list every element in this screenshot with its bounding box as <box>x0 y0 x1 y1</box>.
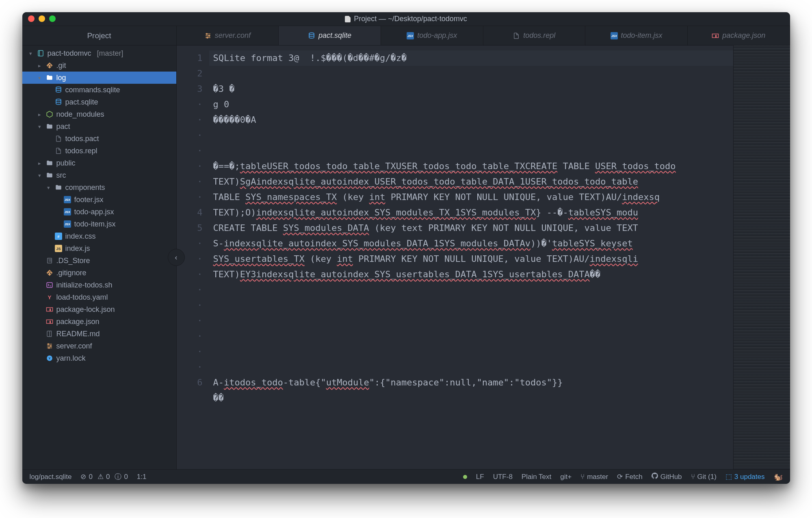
chevron-closed-icon[interactable] <box>37 160 43 166</box>
code-line[interactable]: �3 � <box>213 84 235 94</box>
tree-item--DS_Store[interactable]: .DS_Store <box>22 255 176 267</box>
tree-item-node_modules[interactable]: node_modules <box>22 108 176 120</box>
fold-marker[interactable]: · <box>177 298 203 313</box>
status-cursor-position[interactable]: 1:1 <box>137 473 147 481</box>
tree-item-todo-item-jsx[interactable]: JSXtodo-item.jsx <box>22 218 176 230</box>
code-line[interactable]: TABLE SYS_namespaces_TX (key int PRIMARY… <box>213 192 660 202</box>
fold-marker[interactable]: · <box>177 282 203 298</box>
status-diagnostics[interactable]: ⊘0 ⚠0 ⓘ0 <box>80 472 128 481</box>
jsx-icon: JSX <box>64 208 71 215</box>
line-number[interactable]: 4 <box>177 205 203 220</box>
status-github[interactable]: GitHub <box>652 472 682 481</box>
tab-todo-item-jsx[interactable]: JSXtodo-item.jsx <box>585 26 688 45</box>
window-minimize-button[interactable] <box>39 15 45 22</box>
chevron-open-icon[interactable] <box>46 185 52 191</box>
squirrel-icon[interactable]: 🐿️ <box>774 472 783 481</box>
tree-item--gitignore[interactable]: .gitignore <box>22 267 176 279</box>
chevron-open-icon[interactable] <box>37 75 43 81</box>
code-line[interactable]: SQLite format 3@ !.$���(�d��#�g∕�z� <box>209 50 733 66</box>
code-editor[interactable]: SQLite format 3@ !.$���(�d��#�g∕�z� �3 �… <box>209 46 733 469</box>
minimap[interactable] <box>733 46 790 469</box>
chevron-open-icon[interactable] <box>37 124 43 130</box>
tree-item--git[interactable]: .git <box>22 59 176 72</box>
tree-item-server-conf[interactable]: server.conf <box>22 340 176 352</box>
tree-item-package-json[interactable]: package.json <box>22 316 176 328</box>
window-close-button[interactable] <box>28 15 35 22</box>
status-encoding[interactable]: UTF-8 <box>493 473 513 481</box>
tree-item-src[interactable]: src <box>22 169 176 181</box>
status-clean-indicator[interactable] <box>463 475 467 479</box>
fold-marker[interactable]: · <box>177 112 203 128</box>
line-number[interactable]: 2 <box>177 66 203 81</box>
fold-marker[interactable]: · <box>177 174 203 189</box>
tree-item-index-css[interactable]: #index.css <box>22 230 176 242</box>
tree-item-public[interactable]: public <box>22 157 176 169</box>
code-line[interactable]: �� <box>213 393 224 403</box>
tree-item-pact[interactable]: pact <box>22 120 176 133</box>
status-updates[interactable]: ⬚ 3 updates <box>725 472 765 481</box>
line-number[interactable]: 3 <box>177 81 203 97</box>
tree-item-initialize-todos-sh[interactable]: initialize-todos.sh <box>22 279 176 291</box>
chevron-open-icon[interactable] <box>37 172 43 178</box>
chevron-closed-icon[interactable] <box>37 63 43 69</box>
fold-marker[interactable]: · <box>177 313 203 329</box>
chevron-open-icon[interactable] <box>28 50 34 57</box>
status-git-changes[interactable]: ⑂ Git (1) <box>691 473 717 481</box>
status-grammar[interactable]: Plain Text <box>522 473 551 481</box>
code-line[interactable]: TEXT)EY3indexsqlite_autoindex_SYS_userta… <box>213 269 601 279</box>
code-line[interactable]: �==�;tableUSER_todos_todo_table_TXUSER_t… <box>213 161 676 171</box>
tree-item-log[interactable]: log <box>22 72 176 84</box>
status-filepath[interactable]: log/pact.sqlite <box>30 473 72 481</box>
fold-marker[interactable]: · <box>177 143 203 159</box>
tree-item-load-todos-yaml[interactable]: Yload-todos.yaml <box>22 291 176 303</box>
code-line[interactable]: g 0 <box>213 99 230 109</box>
tree-item-todo-app-jsx[interactable]: JSXtodo-app.jsx <box>22 206 176 218</box>
line-number[interactable]: 5 <box>177 220 203 236</box>
tree-item-package-lock-json[interactable]: package-lock.json <box>22 303 176 316</box>
tree-item-README-md[interactable]: README.md <box>22 328 176 340</box>
status-gitplus[interactable]: git+ <box>560 473 572 481</box>
status-branch[interactable]: ⑂ master <box>580 473 608 481</box>
tree-item-yarn-lock[interactable]: Yyarn.lock <box>22 352 176 364</box>
tab-todo-app-jsx[interactable]: JSXtodo-app.jsx <box>381 26 483 45</box>
code-line[interactable]: CREATE TABLE SYS_modules_DATA (key text … <box>213 223 638 233</box>
tab-package-json[interactable]: package.json <box>688 26 790 45</box>
code-line[interactable]: SYS_usertables_TX (key int PRIMARY KEY N… <box>213 254 638 264</box>
tree-item-commands-sqlite[interactable]: commands.sqlite <box>22 84 176 96</box>
tree-item-pact-sqlite[interactable]: pact.sqlite <box>22 96 176 108</box>
tree-item-index-js[interactable]: JSindex.js <box>22 242 176 255</box>
fold-marker[interactable]: · <box>177 236 203 251</box>
code-line[interactable]: A-itodos_todo-table{"utModule":{"namespa… <box>213 377 563 387</box>
code-line[interactable]: �����0�A <box>213 115 256 125</box>
file-tree[interactable]: pact-todomvc[master].gitlogcommands.sqli… <box>22 46 176 364</box>
code-line[interactable]: TEXT)SgAindexsqlite_autoindex_USER_todos… <box>213 176 638 187</box>
code-line[interactable]: S-indexsqlite_autoindex_SYS_modules_DATA… <box>213 238 633 248</box>
tree-item-pact-todomvc[interactable]: pact-todomvc[master] <box>22 47 176 59</box>
tab-todos-repl[interactable]: todos.repl <box>483 26 586 45</box>
project-panel-heading[interactable]: Project <box>22 26 177 45</box>
tree-item-footer-jsx[interactable]: JSXfooter.jsx <box>22 194 176 206</box>
fold-marker[interactable]: · <box>177 128 203 143</box>
fold-marker[interactable]: · <box>177 329 203 344</box>
status-line-ending[interactable]: LF <box>476 473 484 481</box>
code-line[interactable]: TEXT);O)indexsqlite_autoindex_SYS_module… <box>213 207 638 218</box>
tree-item-components[interactable]: components <box>22 181 176 194</box>
status-fetch[interactable]: ⟳ Fetch <box>617 472 643 481</box>
chevron-closed-icon[interactable] <box>37 111 43 118</box>
window-maximize-button[interactable] <box>49 15 56 22</box>
fold-marker[interactable]: · <box>177 97 203 112</box>
panel-collapse-button[interactable]: ‹ <box>168 249 185 266</box>
git-icon <box>46 269 53 276</box>
spellcheck-error-span: tableSYS_keyset <box>552 238 633 248</box>
fold-marker[interactable]: · <box>177 189 203 205</box>
fold-marker[interactable]: · <box>177 267 203 282</box>
tree-item-todos-repl[interactable]: todos.repl <box>22 145 176 157</box>
fold-marker[interactable]: · <box>177 344 203 359</box>
fold-marker[interactable]: · <box>177 359 203 375</box>
line-number[interactable]: 6 <box>177 375 203 390</box>
line-number[interactable]: 1 <box>177 50 203 66</box>
tab-pact-sqlite[interactable]: pact.sqlite <box>279 26 381 45</box>
fold-marker[interactable]: · <box>177 159 203 174</box>
tab-server-conf[interactable]: server.conf <box>177 26 279 45</box>
tree-item-todos-pact[interactable]: todos.pact <box>22 133 176 145</box>
